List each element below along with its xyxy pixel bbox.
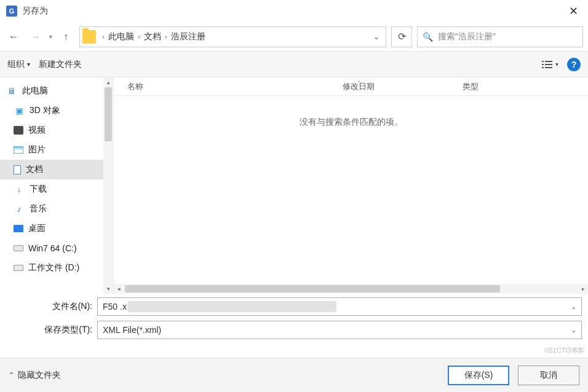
forward-button[interactable]: → [27, 28, 44, 45]
cube-icon: ▣ [14, 105, 25, 116]
filename-label: 文件名(N): [6, 301, 92, 312]
tree-item-music[interactable]: ♪音乐 [0, 199, 113, 219]
sidebar: 🖥此电脑▣3D 对象视频图片文档↓下载♪音乐桌面Win7 64 (C:)工作文件… [0, 77, 114, 294]
tree-item-label: 此电脑 [22, 85, 48, 96]
tree-item-label: 桌面 [28, 223, 46, 234]
sidebar-scrollbar[interactable]: ▴ ▾ [103, 77, 113, 294]
doc-icon [14, 165, 21, 174]
footer: ⌃ 隐藏文件夹 保存(S) 取消 [0, 358, 588, 392]
chevron-down-icon: ▾ [27, 61, 30, 68]
svg-rect-3 [545, 64, 552, 65]
chevron-up-icon: ⌃ [9, 371, 14, 379]
title-bar: G 另存为 ✕ [0, 0, 588, 22]
tree-item-label: 3D 对象 [30, 105, 60, 116]
new-folder-button[interactable]: 新建文件夹 [39, 59, 82, 70]
address-bar[interactable]: › 此电脑 › 文档 › 浩辰注册 ⌄ [79, 26, 386, 47]
breadcrumb-item[interactable]: 文档 [143, 31, 162, 42]
sort-indicator-icon: ⌃ [357, 80, 362, 86]
filetype-row: 保存类型(T): XML File(*.xml) ⌄ [0, 319, 588, 343]
tree-item-drive[interactable]: Win7 64 (C:) [0, 238, 113, 258]
search-placeholder: 搜索"浩辰注册" [438, 31, 496, 42]
dl-icon: ↓ [14, 184, 25, 195]
recent-dropdown[interactable]: ▾ [49, 33, 52, 40]
drive-icon [14, 265, 23, 271]
tree-item-label: 图片 [28, 144, 46, 155]
img-icon [14, 146, 23, 154]
filename-value: F50 .xml [103, 302, 136, 312]
save-button[interactable]: 保存(S) [448, 366, 509, 385]
toolbar: 组织 ▾ 新建文件夹 ▾ ? [0, 52, 588, 77]
drive-icon [14, 245, 23, 251]
tree-item-label: 工作文件 (D:) [28, 262, 79, 273]
window-title: 另存为 [22, 6, 565, 17]
tree-item-drive[interactable]: 工作文件 (D:) [0, 258, 113, 278]
breadcrumb-item[interactable]: 浩辰注册 [170, 31, 207, 42]
empty-message: 没有与搜索条件匹配的项。 [114, 96, 588, 284]
folder-icon [82, 30, 96, 44]
file-list-pane: ⌃ 名称 修改日期 类型 没有与搜索条件匹配的项。 ◂ ▸ [114, 77, 588, 294]
back-button[interactable]: ← [5, 28, 22, 45]
scroll-thumb[interactable] [125, 285, 500, 292]
address-dropdown[interactable]: ⌄ [370, 33, 383, 41]
chevron-right-icon: › [100, 33, 107, 41]
tree-item-label: 文档 [26, 164, 43, 175]
scroll-up-button[interactable]: ▴ [103, 77, 113, 87]
tree-item-label: 下载 [30, 184, 47, 195]
music-icon: ♪ [14, 203, 25, 214]
column-headers: ⌃ 名称 修改日期 类型 [114, 77, 588, 96]
help-button[interactable]: ? [567, 58, 581, 71]
search-input[interactable]: 🔍 搜索"浩辰注册" [417, 26, 583, 47]
dialog-body: 🖥此电脑▣3D 对象视频图片文档↓下载♪音乐桌面Win7 64 (C:)工作文件… [0, 77, 588, 294]
close-button[interactable]: ✕ [565, 4, 582, 18]
chevron-down-icon[interactable]: ⌄ [571, 326, 576, 334]
tree-item-img[interactable]: 图片 [0, 140, 113, 160]
column-type[interactable]: 类型 [463, 81, 588, 92]
svg-rect-1 [545, 61, 552, 62]
svg-rect-4 [542, 67, 544, 68]
chevron-down-icon[interactable]: ⌄ [571, 303, 576, 311]
svg-rect-2 [542, 64, 544, 65]
filename-input[interactable]: F50 .xml ⌄ [97, 297, 582, 316]
cancel-button[interactable]: 取消 [518, 366, 579, 385]
tree-item-dl[interactable]: ↓下载 [0, 179, 113, 199]
app-icon: G [6, 6, 17, 17]
filetype-select[interactable]: XML File(*.xml) ⌄ [97, 321, 582, 339]
chevron-right-icon: › [135, 33, 143, 41]
tree-item-desk[interactable]: 桌面 [0, 219, 113, 238]
tree-item-label: Win7 64 (C:) [28, 243, 77, 253]
filetype-value: XML File(*.xml) [103, 325, 161, 335]
filetype-label: 保存类型(T): [6, 324, 92, 335]
nav-row: ← → ▾ ↑ › 此电脑 › 文档 › 浩辰注册 ⌄ ⟳ 🔍 搜索"浩辰注册" [0, 22, 588, 52]
desk-icon [14, 225, 23, 232]
svg-rect-0 [542, 61, 544, 62]
chevron-down-icon: ▾ [555, 61, 558, 68]
up-button[interactable]: ↑ [57, 28, 74, 45]
scroll-thumb[interactable] [105, 87, 112, 141]
tree-item-cube[interactable]: ▣3D 对象 [0, 101, 113, 120]
scroll-right-button[interactable]: ▸ [578, 286, 588, 292]
svg-rect-5 [545, 67, 552, 68]
tree-item-label: 视频 [28, 125, 46, 136]
video-icon [14, 126, 23, 135]
tree-item-pc[interactable]: 🖥此电脑 [0, 81, 113, 101]
view-icon [542, 60, 553, 69]
tree-item-video[interactable]: 视频 [0, 120, 113, 140]
view-button[interactable]: ▾ [542, 60, 558, 69]
hide-folders-toggle[interactable]: ⌃ 隐藏文件夹 [9, 370, 61, 381]
column-name[interactable]: 名称 [127, 81, 343, 92]
watermark: ©51CTO博客 [544, 346, 584, 355]
breadcrumb-item[interactable]: 此电脑 [107, 31, 135, 42]
pc-icon: 🖥 [6, 85, 17, 96]
filename-row: 文件名(N): F50 .xml ⌄ [0, 294, 588, 319]
horizontal-scrollbar[interactable]: ◂ ▸ [114, 284, 588, 294]
scroll-down-button[interactable]: ▾ [103, 284, 113, 294]
refresh-button[interactable]: ⟳ [391, 26, 412, 47]
tree-item-label: 音乐 [30, 203, 47, 214]
search-icon: 🔍 [423, 32, 433, 42]
organize-button[interactable]: 组织 ▾ [7, 59, 30, 70]
tree-item-doc[interactable]: 文档 [0, 160, 113, 179]
scroll-left-button[interactable]: ◂ [114, 286, 124, 292]
chevron-right-icon: › [162, 33, 170, 41]
